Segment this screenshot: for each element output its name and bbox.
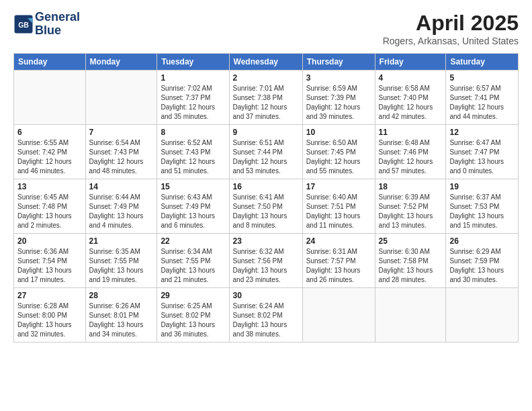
day-number: 18 <box>379 182 443 191</box>
calendar-day-cell <box>85 71 157 125</box>
day-number: 10 <box>306 128 371 137</box>
day-number: 24 <box>306 236 371 246</box>
day-number: 19 <box>449 182 515 191</box>
calendar-day-cell: 24Sunrise: 6:31 AM Sunset: 7:57 PM Dayli… <box>302 234 375 288</box>
calendar-day-cell: 7Sunrise: 6:54 AM Sunset: 7:43 PM Daylig… <box>85 125 157 179</box>
calendar-day-cell: 26Sunrise: 6:29 AM Sunset: 7:59 PM Dayli… <box>446 234 519 288</box>
svg-text:GB: GB <box>18 20 29 28</box>
day-number: 13 <box>17 182 82 191</box>
day-number: 2 <box>233 73 299 83</box>
calendar-day-cell: 3Sunrise: 6:59 AM Sunset: 7:39 PM Daylig… <box>302 71 375 125</box>
day-info: Sunrise: 6:50 AM Sunset: 7:45 PM Dayligh… <box>306 138 371 176</box>
calendar-header-row: SundayMondayTuesdayWednesdayThursdayFrid… <box>14 54 519 71</box>
calendar-day-cell: 14Sunrise: 6:44 AM Sunset: 7:49 PM Dayli… <box>85 179 157 234</box>
calendar-day-cell: 15Sunrise: 6:43 AM Sunset: 7:49 PM Dayli… <box>157 179 229 234</box>
calendar-day-cell: 17Sunrise: 6:40 AM Sunset: 7:51 PM Dayli… <box>302 179 375 234</box>
calendar-day-cell: 23Sunrise: 6:32 AM Sunset: 7:56 PM Dayli… <box>229 234 302 288</box>
title-block: April 2025 Rogers, Arkansas, United Stat… <box>383 11 519 46</box>
day-number: 1 <box>161 73 225 83</box>
calendar-day-cell: 22Sunrise: 6:34 AM Sunset: 7:55 PM Dayli… <box>157 234 229 288</box>
day-info: Sunrise: 6:44 AM Sunset: 7:49 PM Dayligh… <box>89 193 154 230</box>
day-info: Sunrise: 6:45 AM Sunset: 7:48 PM Dayligh… <box>17 193 82 230</box>
page: GB General Blue April 2025 Rogers, Arkan… <box>0 0 532 411</box>
calendar-day-cell: 18Sunrise: 6:39 AM Sunset: 7:52 PM Dayli… <box>375 179 446 234</box>
day-number: 4 <box>379 73 443 83</box>
day-number: 25 <box>379 236 443 246</box>
day-number: 14 <box>89 182 154 191</box>
weekday-header: Monday <box>85 54 157 71</box>
calendar-day-cell <box>14 71 86 125</box>
day-info: Sunrise: 6:30 AM Sunset: 7:58 PM Dayligh… <box>379 247 443 285</box>
day-info: Sunrise: 6:35 AM Sunset: 7:55 PM Dayligh… <box>89 247 154 285</box>
day-number: 16 <box>233 182 299 191</box>
calendar-day-cell: 1Sunrise: 7:02 AM Sunset: 7:37 PM Daylig… <box>157 71 229 125</box>
day-number: 30 <box>233 291 299 300</box>
day-info: Sunrise: 6:59 AM Sunset: 7:39 PM Dayligh… <box>306 84 371 122</box>
day-info: Sunrise: 6:52 AM Sunset: 7:43 PM Dayligh… <box>161 138 225 176</box>
calendar-day-cell: 6Sunrise: 6:55 AM Sunset: 7:42 PM Daylig… <box>14 125 86 179</box>
day-info: Sunrise: 6:39 AM Sunset: 7:52 PM Dayligh… <box>379 193 443 230</box>
day-number: 11 <box>379 128 443 137</box>
day-number: 3 <box>306 73 371 83</box>
calendar-week-row: 27Sunrise: 6:28 AM Sunset: 8:00 PM Dayli… <box>14 288 519 342</box>
day-info: Sunrise: 6:58 AM Sunset: 7:40 PM Dayligh… <box>379 84 443 122</box>
calendar-day-cell: 12Sunrise: 6:47 AM Sunset: 7:47 PM Dayli… <box>446 125 519 179</box>
calendar-table: SundayMondayTuesdayWednesdayThursdayFrid… <box>13 53 519 342</box>
day-number: 26 <box>449 236 515 246</box>
weekday-header: Sunday <box>14 54 86 71</box>
day-info: Sunrise: 6:41 AM Sunset: 7:50 PM Dayligh… <box>233 193 299 230</box>
day-number: 20 <box>17 236 82 246</box>
calendar-day-cell: 19Sunrise: 6:37 AM Sunset: 7:53 PM Dayli… <box>446 179 519 234</box>
calendar-day-cell: 2Sunrise: 7:01 AM Sunset: 7:38 PM Daylig… <box>229 71 302 125</box>
day-info: Sunrise: 6:36 AM Sunset: 7:54 PM Dayligh… <box>17 247 82 285</box>
weekday-header: Wednesday <box>229 54 302 71</box>
calendar-week-row: 1Sunrise: 7:02 AM Sunset: 7:37 PM Daylig… <box>14 71 519 125</box>
day-info: Sunrise: 6:54 AM Sunset: 7:43 PM Dayligh… <box>89 138 154 176</box>
day-number: 23 <box>233 236 299 246</box>
day-number: 22 <box>161 236 225 246</box>
location: Rogers, Arkansas, United States <box>383 36 519 46</box>
calendar-day-cell: 10Sunrise: 6:50 AM Sunset: 7:45 PM Dayli… <box>302 125 375 179</box>
day-number: 6 <box>17 128 82 137</box>
day-info: Sunrise: 6:55 AM Sunset: 7:42 PM Dayligh… <box>17 138 82 176</box>
logo: GB General Blue <box>13 11 80 38</box>
weekday-header: Tuesday <box>157 54 229 71</box>
day-info: Sunrise: 7:02 AM Sunset: 7:37 PM Dayligh… <box>161 84 225 122</box>
day-info: Sunrise: 6:48 AM Sunset: 7:46 PM Dayligh… <box>379 138 443 176</box>
day-number: 7 <box>89 128 154 137</box>
calendar-day-cell: 8Sunrise: 6:52 AM Sunset: 7:43 PM Daylig… <box>157 125 229 179</box>
day-info: Sunrise: 6:47 AM Sunset: 7:47 PM Dayligh… <box>449 138 515 176</box>
weekday-header: Friday <box>375 54 446 71</box>
day-info: Sunrise: 6:31 AM Sunset: 7:57 PM Dayligh… <box>306 247 371 285</box>
logo-text: General Blue <box>35 11 80 38</box>
calendar-week-row: 20Sunrise: 6:36 AM Sunset: 7:54 PM Dayli… <box>14 234 519 288</box>
month-title: April 2025 <box>383 11 519 36</box>
calendar-day-cell: 30Sunrise: 6:24 AM Sunset: 8:02 PM Dayli… <box>229 288 302 342</box>
calendar-day-cell: 4Sunrise: 6:58 AM Sunset: 7:40 PM Daylig… <box>375 71 446 125</box>
calendar-day-cell: 27Sunrise: 6:28 AM Sunset: 8:00 PM Dayli… <box>14 288 86 342</box>
logo-line2: Blue <box>35 24 80 38</box>
calendar-day-cell <box>446 288 519 342</box>
calendar-day-cell <box>375 288 446 342</box>
day-number: 5 <box>449 73 515 83</box>
day-number: 27 <box>17 291 82 300</box>
day-number: 29 <box>161 291 225 300</box>
day-info: Sunrise: 6:37 AM Sunset: 7:53 PM Dayligh… <box>449 193 515 230</box>
day-info: Sunrise: 6:29 AM Sunset: 7:59 PM Dayligh… <box>449 247 515 285</box>
day-info: Sunrise: 6:28 AM Sunset: 8:00 PM Dayligh… <box>17 302 82 339</box>
day-info: Sunrise: 6:57 AM Sunset: 7:41 PM Dayligh… <box>449 84 515 122</box>
calendar-day-cell: 28Sunrise: 6:26 AM Sunset: 8:01 PM Dayli… <box>85 288 157 342</box>
day-number: 28 <box>89 291 154 300</box>
day-number: 15 <box>161 182 225 191</box>
day-info: Sunrise: 6:25 AM Sunset: 8:02 PM Dayligh… <box>161 302 225 339</box>
weekday-header: Thursday <box>302 54 375 71</box>
calendar-day-cell: 25Sunrise: 6:30 AM Sunset: 7:58 PM Dayli… <box>375 234 446 288</box>
header: GB General Blue April 2025 Rogers, Arkan… <box>13 11 519 46</box>
calendar-day-cell: 5Sunrise: 6:57 AM Sunset: 7:41 PM Daylig… <box>446 71 519 125</box>
calendar-week-row: 13Sunrise: 6:45 AM Sunset: 7:48 PM Dayli… <box>14 179 519 234</box>
day-number: 9 <box>233 128 299 137</box>
calendar-day-cell: 13Sunrise: 6:45 AM Sunset: 7:48 PM Dayli… <box>14 179 86 234</box>
day-number: 8 <box>161 128 225 137</box>
day-info: Sunrise: 6:43 AM Sunset: 7:49 PM Dayligh… <box>161 193 225 230</box>
calendar-day-cell: 11Sunrise: 6:48 AM Sunset: 7:46 PM Dayli… <box>375 125 446 179</box>
